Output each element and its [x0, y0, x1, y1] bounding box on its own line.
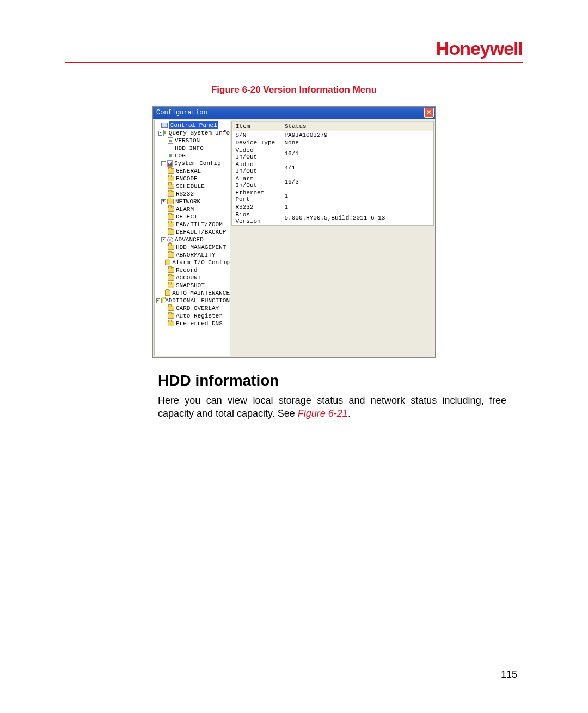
folder-icon	[168, 191, 174, 197]
tree-network[interactable]: +NETWORK	[155, 198, 230, 205]
col-header-status[interactable]: Status	[281, 122, 433, 131]
tree-record[interactable]: Record	[155, 266, 230, 274]
folder-icon	[165, 260, 170, 265]
table-row: Ethernet Port1	[232, 189, 433, 203]
table-row: Bios Version5.000.HY00.5,Build:2011-6-13	[232, 211, 433, 225]
folder-icon	[168, 168, 174, 174]
tree-account[interactable]: ACCOUNT	[155, 274, 230, 282]
tree-aioconf[interactable]: Alarm I/O Config	[155, 259, 230, 266]
table-row: Alarm In/Out16/3	[232, 175, 433, 189]
page-number: 115	[501, 669, 517, 680]
figure-reference: Figure 6-21	[298, 408, 348, 419]
version-info-table: Item Status S/NPA9JA1003279 Device TypeN…	[232, 121, 433, 225]
collapse-icon[interactable]: -	[158, 131, 162, 136]
folder-icon	[168, 222, 174, 227]
doc-icon	[168, 145, 173, 151]
window-titlebar: Configuration ×	[153, 107, 435, 119]
tree-schedule[interactable]: SCHEDULE	[155, 182, 230, 190]
folder-icon	[168, 321, 174, 326]
tree-alarm[interactable]: ALARM	[155, 205, 230, 213]
tree-rs232[interactable]: RS232	[155, 190, 230, 198]
nav-tree[interactable]: Control Panel -Query System Info VERSION…	[154, 120, 230, 356]
folder-icon	[168, 214, 174, 220]
tree-abnorm[interactable]: ABNORMALITY	[155, 251, 230, 259]
folder-icon	[168, 275, 174, 281]
folder-icon	[168, 245, 174, 250]
folder-icon	[167, 199, 174, 204]
folder-icon	[168, 252, 174, 258]
tools-icon	[167, 160, 173, 167]
gear-icon	[167, 237, 173, 243]
tree-prefdns[interactable]: Preferred DNS	[155, 320, 230, 327]
tree-sysconf[interactable]: -System Config	[155, 160, 230, 167]
section-heading: HDD information	[158, 372, 523, 389]
tree-automaint[interactable]: AUTO MAINTENANCE	[155, 289, 230, 297]
tree-hddmgmt[interactable]: HDD MANAGEMENT	[155, 243, 230, 251]
collapse-icon[interactable]: -	[161, 161, 166, 166]
content-pane: Item Status S/NPA9JA1003279 Device TypeN…	[231, 120, 434, 356]
tree-encode[interactable]: ENCODE	[155, 175, 230, 182]
close-icon[interactable]: ×	[424, 108, 434, 118]
figure-caption: Figure 6-20 Version Information Menu	[65, 84, 523, 95]
folder-icon	[161, 298, 163, 303]
folder-icon	[168, 184, 174, 189]
header-rule	[65, 62, 523, 63]
tree-snapshot[interactable]: SNAPSHOT	[155, 282, 230, 289]
table-row: Audio In/Out4/1	[232, 161, 433, 175]
tree-addfunc[interactable]: -ADDTIONAL FUNCTION	[155, 297, 230, 304]
tree-version[interactable]: VERSION	[155, 137, 230, 144]
collapse-icon[interactable]: -	[156, 298, 160, 303]
folder-icon	[168, 206, 174, 212]
folder-icon	[168, 176, 174, 181]
panel-icon	[161, 123, 168, 128]
tree-root[interactable]: Control Panel	[155, 121, 230, 129]
expand-icon[interactable]: +	[161, 199, 166, 204]
body-paragraph: Here you can view local storage status a…	[158, 394, 506, 420]
table-row: Video In/Out16/1	[232, 147, 433, 161]
tree-log[interactable]: LOG	[155, 152, 230, 160]
tree-qsi[interactable]: -Query System Info	[155, 129, 230, 137]
collapse-icon[interactable]: -	[161, 237, 166, 242]
brand-logo: Honeywell	[436, 38, 523, 59]
col-header-item[interactable]: Item	[232, 122, 281, 131]
tree-autoreg[interactable]: Auto Register	[155, 312, 230, 320]
window-title: Configuration	[156, 109, 207, 117]
tree-general[interactable]: GENERAL	[155, 167, 230, 175]
folder-icon	[168, 229, 174, 235]
table-row: S/NPA9JA1003279	[232, 131, 433, 139]
table-row: RS2321	[232, 203, 433, 211]
tree-hddinfo[interactable]: HDD INFO	[155, 144, 230, 152]
folder-icon	[168, 306, 174, 311]
configuration-window: Configuration × Control Panel -Query Sys…	[152, 106, 436, 358]
doc-icon	[168, 153, 173, 159]
folder-icon	[168, 283, 174, 288]
tree-defbk[interactable]: DEFAULT/BACKUP	[155, 228, 230, 236]
table-row: Device TypeNone	[232, 139, 433, 147]
tree-advanced[interactable]: -ADVANCED	[155, 236, 230, 243]
tree-cardov[interactable]: CARD OVERLAY	[155, 304, 230, 312]
doc-icon	[163, 130, 167, 136]
folder-icon	[168, 313, 174, 319]
tree-ptz[interactable]: PAN/TILT/ZOOM	[155, 221, 230, 228]
folder-icon	[168, 267, 174, 273]
tree-detect[interactable]: DETECT	[155, 213, 230, 221]
folder-icon	[165, 290, 170, 296]
doc-icon	[168, 137, 173, 144]
